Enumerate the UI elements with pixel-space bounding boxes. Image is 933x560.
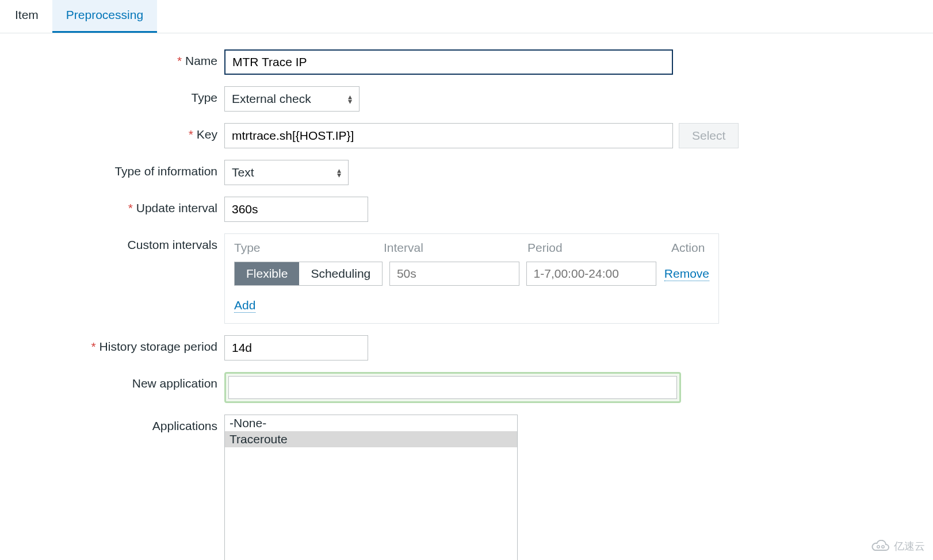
label-new-application: New application (132, 377, 217, 390)
type-select-value: External check (232, 92, 311, 106)
tabs-bar: Item Preprocessing (0, 0, 933, 33)
tab-item[interactable]: Item (1, 0, 52, 33)
history-storage-input[interactable] (224, 335, 368, 360)
item-form: Name Type External check ▴▾ Key Select T… (0, 49, 933, 560)
ci-header-interval: Interval (384, 241, 527, 255)
label-update-interval: Update interval (128, 201, 217, 214)
tab-preprocessing[interactable]: Preprocessing (52, 0, 157, 33)
chevron-updown-icon: ▴▾ (337, 168, 341, 177)
interval-input[interactable] (389, 262, 519, 286)
key-input[interactable] (224, 123, 673, 148)
name-input[interactable] (224, 49, 673, 75)
add-link[interactable]: Add (234, 298, 255, 313)
interval-type-segmented: Flexible Scheduling (234, 262, 383, 286)
watermark: 亿速云 (871, 539, 925, 553)
type-of-info-select[interactable]: Text ▴▾ (224, 160, 349, 185)
label-type: Type (191, 91, 217, 104)
type-of-info-value: Text (232, 166, 254, 179)
label-custom-intervals: Custom intervals (128, 238, 217, 251)
select-button[interactable]: Select (679, 123, 739, 148)
cloud-icon (871, 540, 890, 553)
svg-point-1 (882, 546, 884, 548)
period-input[interactable] (526, 262, 656, 286)
label-type-of-info: Type of information (114, 164, 217, 178)
watermark-text: 亿速云 (894, 539, 925, 553)
type-select[interactable]: External check ▴▾ (224, 86, 360, 112)
scheduling-button[interactable]: Scheduling (299, 262, 382, 285)
ci-header-type: Type (234, 241, 384, 255)
chevron-updown-icon: ▴▾ (348, 94, 352, 103)
new-application-highlight (224, 372, 681, 403)
label-name: Name (177, 54, 217, 67)
custom-intervals-box: Type Interval Period Action Flexible Sch… (224, 233, 719, 324)
update-interval-input[interactable] (224, 197, 368, 222)
label-key: Key (189, 128, 217, 141)
svg-point-0 (877, 546, 880, 548)
ci-header-period: Period (527, 241, 671, 255)
new-application-input[interactable] (228, 376, 677, 399)
label-applications: Applications (152, 419, 217, 432)
applications-option-traceroute[interactable]: Traceroute (225, 431, 517, 447)
applications-listbox[interactable]: -None- Traceroute (224, 415, 518, 560)
remove-link[interactable]: Remove (664, 267, 709, 281)
ci-header-action: Action (671, 241, 709, 255)
flexible-button[interactable]: Flexible (235, 262, 299, 285)
applications-option-none[interactable]: -None- (225, 415, 517, 431)
label-history-storage: History storage period (91, 340, 217, 353)
